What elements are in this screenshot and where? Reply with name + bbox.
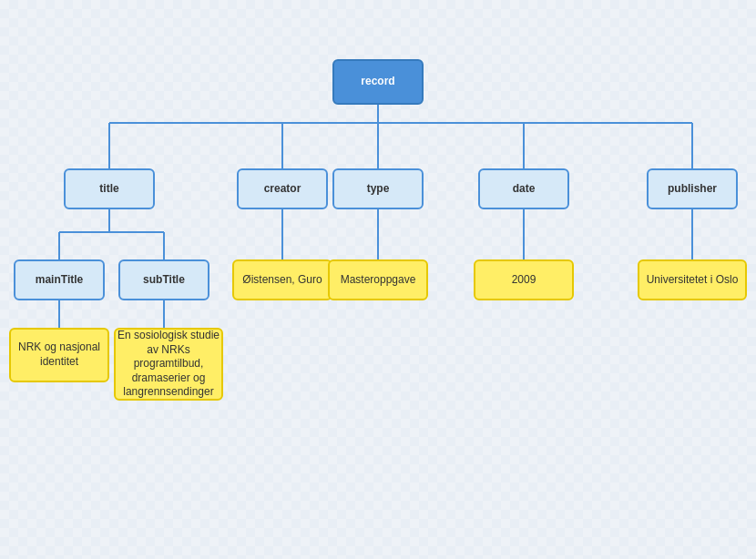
node-date: date bbox=[478, 168, 569, 209]
diagram-container: record title creator type date publisher… bbox=[0, 0, 756, 559]
node-subTitleVal: En sosiologisk studie av NRKs programtil… bbox=[114, 328, 223, 401]
node-publisherVal: Universitetet i Oslo bbox=[638, 259, 747, 300]
node-subTitle: subTitle bbox=[118, 259, 209, 300]
node-record: record bbox=[332, 59, 424, 105]
node-typeVal: Masteroppgave bbox=[328, 259, 428, 300]
node-dateVal: 2009 bbox=[474, 259, 574, 300]
node-mainTitle: mainTitle bbox=[14, 259, 105, 300]
node-mainTitleVal: NRK og nasjonal identitet bbox=[9, 328, 109, 382]
node-type: type bbox=[332, 168, 424, 209]
node-creator: creator bbox=[237, 168, 328, 209]
node-publisher: publisher bbox=[647, 168, 738, 209]
node-creatorVal: Øistensen, Guro bbox=[232, 259, 332, 300]
node-title: title bbox=[64, 168, 155, 209]
